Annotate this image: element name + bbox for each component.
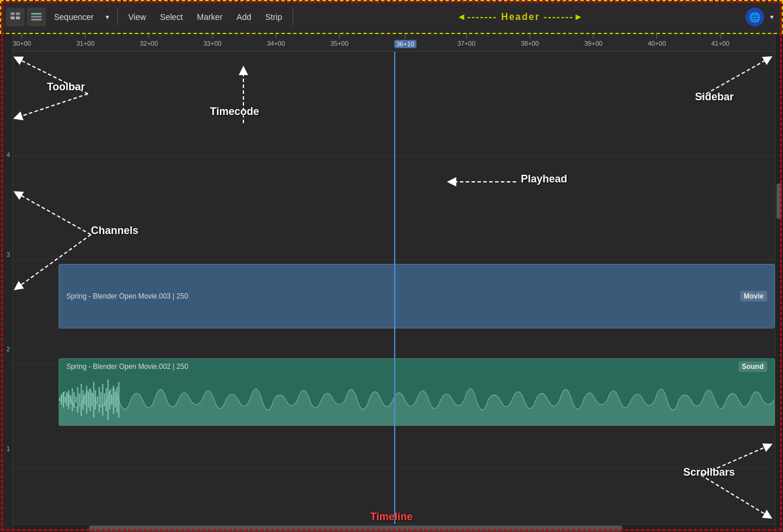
- channel-num-4: 4: [6, 151, 10, 158]
- timecode-37: 37+00: [457, 34, 476, 47]
- render-preview-icon[interactable]: 🌐: [745, 8, 764, 26]
- svg-rect-0: [11, 12, 15, 15]
- timecode-32: 32+00: [140, 34, 158, 47]
- svg-rect-3: [16, 16, 20, 19]
- channel-numbers: 4 3 2 1: [0, 34, 13, 532]
- channel-num-3: 3: [6, 251, 10, 258]
- sequencer-dropdown[interactable]: ▾: [102, 11, 113, 23]
- menu-view[interactable]: View: [123, 10, 152, 24]
- svg-rect-2: [11, 16, 15, 19]
- timecode-31: 31+00: [76, 34, 94, 47]
- sequencer-icon[interactable]: [27, 8, 46, 26]
- timecode-35: 35+00: [330, 34, 348, 47]
- timecode-33: 33+00: [204, 34, 222, 47]
- movie-strip-label: Spring - Blender Open Movie.003 | 250: [66, 292, 188, 300]
- channel-num-2: 2: [6, 345, 10, 353]
- svg-rect-30: [100, 392, 101, 408]
- timecode-ruler[interactable]: 30+00 31+00 32+00 33+00 34+00 35+00: [13, 34, 775, 52]
- horizontal-scrollbar[interactable]: [13, 524, 775, 532]
- main-area: 4 3 2 1 30+00 31+00 32+00 33+00: [0, 34, 783, 532]
- header-annotation-label: ◄------- Header -------►: [298, 12, 743, 22]
- sequencer-title: Sequencer: [48, 10, 100, 24]
- header-bar[interactable]: Sequencer ▾ View Select Marker Add Strip…: [0, 0, 783, 34]
- svg-rect-16: [75, 397, 76, 403]
- svg-rect-28: [97, 397, 98, 403]
- scrollbar-v-thumb[interactable]: [777, 184, 782, 219]
- header-end-dropdown[interactable]: ▾: [767, 11, 777, 23]
- sound-strip-header: Spring - Blender Open Movie.002 | 250 So…: [59, 359, 774, 374]
- timecode-36-active: 36+10: [394, 34, 417, 48]
- menu-marker[interactable]: Marker: [191, 10, 229, 24]
- svg-rect-5: [31, 16, 42, 18]
- timecode-41: 41+00: [711, 34, 730, 47]
- svg-rect-1: [16, 12, 20, 15]
- sound-strip-label: Spring - Blender Open Movie.002 | 250: [66, 362, 188, 371]
- sound-strip[interactable]: Spring - Blender Open Movie.002 | 250 So…: [59, 358, 775, 426]
- timeline-area[interactable]: 30+00 31+00 32+00 33+00 34+00 35+00: [13, 34, 775, 532]
- editor-icon[interactable]: [6, 8, 25, 26]
- timecode-30: 30+00: [13, 34, 31, 47]
- movie-strip[interactable]: Spring - Blender Open Movie.003 | 250 Mo…: [59, 264, 775, 328]
- menu-strip[interactable]: Strip: [259, 10, 288, 24]
- waveform: [59, 374, 774, 425]
- header-separator-2: [293, 8, 293, 26]
- timecode-40: 40+00: [648, 34, 666, 47]
- timecode-38: 38+00: [521, 34, 539, 47]
- playhead-line: [394, 52, 395, 524]
- menu-add[interactable]: Add: [231, 10, 257, 24]
- vertical-scrollbar[interactable]: [775, 34, 783, 532]
- movie-strip-type: Movie: [740, 291, 767, 301]
- header-separator-1: [117, 8, 118, 26]
- svg-rect-4: [31, 13, 42, 15]
- scrollbar-h-thumb[interactable]: [89, 526, 622, 531]
- svg-rect-6: [31, 19, 42, 21]
- tracks-area[interactable]: Spring - Blender Open Movie.003 | 250 Mo…: [13, 52, 775, 524]
- sound-strip-type: Sound: [738, 361, 767, 372]
- svg-rect-18: [79, 394, 80, 406]
- timecode-34: 34+00: [267, 34, 285, 47]
- timecode-39: 39+00: [584, 34, 602, 47]
- channel-num-1: 1: [6, 445, 10, 452]
- menu-select[interactable]: Select: [154, 10, 189, 24]
